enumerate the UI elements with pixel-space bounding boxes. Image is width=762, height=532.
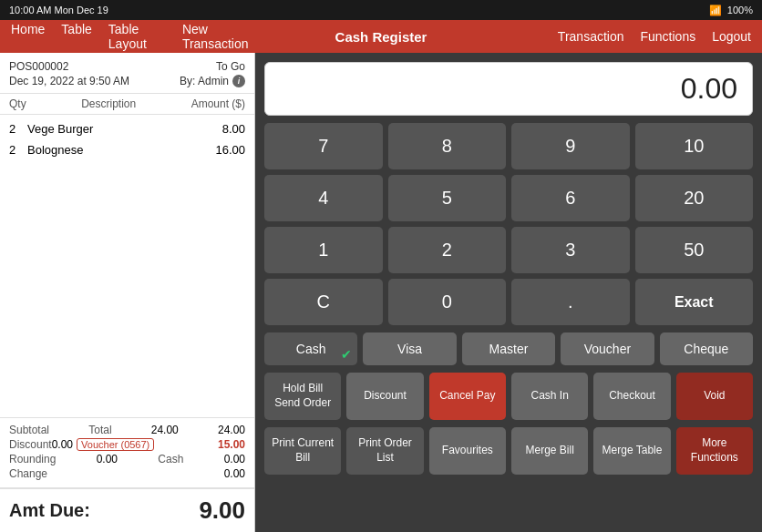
voucher-badge: Voucher (0567) <box>77 438 154 451</box>
status-bar: 10:00 AM Mon Dec 19 📶 100% <box>0 0 762 20</box>
btn-exact[interactable]: Exact <box>635 279 754 325</box>
amt-due-bar: Amt Due: 9.00 <box>0 487 254 532</box>
receipt-col-headers: Qty Description Amount ($) <box>0 94 254 115</box>
hold-bill-button[interactable]: Hold BillSend Order <box>264 373 341 420</box>
receipt-date: Dec 19, 2022 at 9:50 AM <box>9 75 129 87</box>
btn-3[interactable]: 3 <box>511 227 630 273</box>
btn-7[interactable]: 7 <box>264 123 383 169</box>
btn-6[interactable]: 6 <box>511 175 630 221</box>
col-qty: Qty <box>9 97 26 110</box>
status-right: 📶 100% <box>709 5 753 16</box>
print-order-list-button[interactable]: Print Order List <box>346 427 423 475</box>
pay-visa[interactable]: Visa <box>363 332 456 365</box>
item-qty: 2 <box>9 143 27 157</box>
more-functions-button[interactable]: More Functions <box>676 427 753 475</box>
btn-dot[interactable]: . <box>511 279 630 325</box>
btn-10[interactable]: 10 <box>635 123 754 169</box>
payment-methods: Cash ✔ Visa Master Voucher Cheque <box>264 332 753 365</box>
change-row: Change 0.00 <box>9 467 245 480</box>
discount-button[interactable]: Discount <box>346 373 423 420</box>
amount-display: 0.00 <box>264 62 753 116</box>
receipt-by: By: Admin i <box>180 75 245 87</box>
amt-due-value: 9.00 <box>199 496 245 525</box>
receipt-date-row: Dec 19, 2022 at 9:50 AM By: Admin i <box>9 75 245 87</box>
btn-4[interactable]: 4 <box>264 175 383 221</box>
btn-8[interactable]: 8 <box>388 123 507 169</box>
receipt-items: 2 Vege Burger 8.00 2 Bolognese 16.00 <box>0 115 254 417</box>
receipt-header: POS000002 To Go Dec 19, 2022 at 9:50 AM … <box>0 53 254 94</box>
list-item: 2 Bolognese 16.00 <box>0 139 254 160</box>
action-buttons-row1: Hold BillSend Order Discount Cancel Pay … <box>264 373 753 420</box>
receipt-totals: Subtotal Total 24.00 24.00 Discount 0.00… <box>0 417 254 487</box>
list-item: 2 Vege Burger 8.00 <box>0 118 254 139</box>
menu-bar: Home Table Table Layout New Transaction … <box>0 20 762 53</box>
pos-number: POS000002 <box>9 60 68 73</box>
menu-logout[interactable]: Logout <box>712 29 751 44</box>
menu-transaction[interactable]: Transaction <box>558 29 624 44</box>
btn-0[interactable]: 0 <box>388 279 507 325</box>
btn-1[interactable]: 1 <box>264 227 383 273</box>
btn-50[interactable]: 50 <box>635 227 754 273</box>
wifi-icon: 📶 <box>709 5 722 16</box>
checkout-button[interactable]: Checkout <box>593 373 670 420</box>
subtotal-row: Subtotal Total 24.00 24.00 <box>9 424 245 436</box>
action-buttons-row2: Print Current Bill Print Order List Favo… <box>264 427 753 475</box>
amt-due-label: Amt Due: <box>9 500 90 521</box>
pay-master[interactable]: Master <box>462 332 555 365</box>
menu-functions[interactable]: Functions <box>640 29 695 44</box>
menu-right: Transaction Functions Logout <box>504 29 751 44</box>
receipt-pos-row: POS000002 To Go <box>9 60 245 73</box>
favourites-button[interactable]: Favourites <box>429 427 506 475</box>
status-time: 10:00 AM Mon Dec 19 <box>9 5 108 15</box>
col-desc: Description <box>81 97 136 110</box>
btn-9[interactable]: 9 <box>511 123 630 169</box>
item-amount: 16.00 <box>209 143 245 157</box>
item-qty: 2 <box>9 122 27 136</box>
menu-left: Home Table Table Layout New Transaction <box>11 22 258 51</box>
btn-clear[interactable]: C <box>264 279 383 325</box>
print-current-bill-button[interactable]: Print Current Bill <box>264 427 341 475</box>
menu-new-transaction[interactable]: New Transaction <box>182 22 258 51</box>
menu-home[interactable]: Home <box>11 22 45 51</box>
item-desc: Bolognese <box>27 143 209 157</box>
merge-bill-button[interactable]: Merge Bill <box>511 427 588 475</box>
merge-table-button[interactable]: Merge Table <box>593 427 670 475</box>
voucher-amount: 15.00 <box>218 438 245 451</box>
btn-5[interactable]: 5 <box>388 175 507 221</box>
numpad: 7 8 9 10 4 5 6 20 1 2 3 50 C 0 . Exact <box>264 123 753 325</box>
pay-cash[interactable]: Cash ✔ <box>264 332 357 365</box>
pay-voucher[interactable]: Voucher <box>561 332 654 365</box>
menu-table[interactable]: Table <box>61 22 91 51</box>
receipt-type: To Go <box>216 60 245 73</box>
discount-row: Discount 0.00 Voucher (0567) 15.00 <box>9 438 245 451</box>
void-button[interactable]: Void <box>676 373 753 420</box>
main-content: POS000002 To Go Dec 19, 2022 at 9:50 AM … <box>0 53 762 532</box>
col-amount: Amount ($) <box>191 97 245 110</box>
pay-cheque[interactable]: Cheque <box>660 332 753 365</box>
item-amount: 8.00 <box>209 122 245 136</box>
cash-in-button[interactable]: Cash In <box>511 373 588 420</box>
rounding-row: Rounding 0.00 Cash 0.00 <box>9 453 245 466</box>
btn-2[interactable]: 2 <box>388 227 507 273</box>
btn-20[interactable]: 20 <box>635 175 754 221</box>
right-panel: 0.00 7 8 9 10 4 5 6 20 1 2 3 50 C 0 . Ex… <box>255 53 762 532</box>
info-icon[interactable]: i <box>232 75 245 87</box>
menu-table-layout[interactable]: Table Layout <box>108 22 166 51</box>
item-desc: Vege Burger <box>27 122 209 136</box>
cancel-pay-button[interactable]: Cancel Pay <box>429 373 506 420</box>
receipt-panel: POS000002 To Go Dec 19, 2022 at 9:50 AM … <box>0 53 255 532</box>
cash-checkmark: ✔ <box>341 347 352 362</box>
app-title: Cash Register <box>258 29 505 45</box>
